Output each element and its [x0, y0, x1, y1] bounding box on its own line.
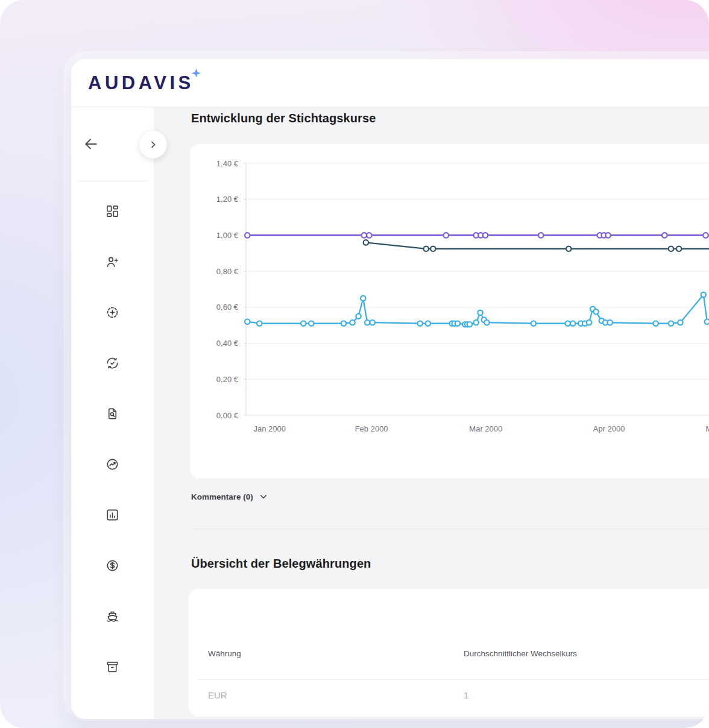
currency-table-card: Währung Durchschnittlicher Wechselkurs E… [189, 589, 709, 717]
sidebar-item-trend-circle[interactable] [101, 452, 125, 476]
main-content: Entwicklung der Stichtagskurse 1,40 €1,2… [154, 107, 709, 719]
brand-logo-text: AUDAVIS [88, 72, 194, 93]
sync-check-icon [106, 356, 119, 370]
svg-text:Jan 2000: Jan 2000 [253, 424, 286, 433]
sidebar-item-add-user[interactable] [101, 249, 125, 274]
app-window: AUDAVIS [71, 59, 709, 719]
document-search-icon [106, 407, 119, 421]
svg-text:0,60 €: 0,60 € [216, 303, 239, 312]
chart-section-title: Entwicklung der Stichtagskurse [191, 111, 709, 125]
dashboard-icon [106, 204, 119, 218]
sidebar-item-ship[interactable] [101, 604, 125, 628]
sparkle-icon [191, 68, 201, 78]
sidebar-divider [77, 181, 148, 181]
column-header-avg-rate: Durchschnittlicher Wechselkurs [464, 649, 709, 658]
currency-dollar-icon [106, 559, 119, 573]
sidebar-item-dashboard[interactable] [101, 199, 125, 223]
archive-icon [106, 660, 119, 674]
bar-chart-icon [106, 508, 119, 522]
sidebar-expand-button[interactable] [139, 131, 167, 158]
svg-text:1,00 €: 1,00 € [216, 231, 239, 240]
column-header-currency: Währung [208, 649, 464, 658]
trend-circle-icon [106, 457, 119, 471]
sidebar-item-sync-check[interactable] [101, 351, 125, 375]
table-divider [198, 679, 709, 680]
back-button[interactable] [83, 136, 99, 152]
svg-text:Apr 2000: Apr 2000 [593, 424, 625, 433]
chart-card: 1,40 €1,20 €1,00 €0,80 €0,60 €0,40 €0,20… [190, 144, 709, 479]
arrow-left-icon [83, 136, 99, 152]
sidebar-item-sync-plus[interactable] [101, 300, 125, 324]
cell-avg-rate: 1 [464, 690, 709, 700]
table-row: EUR 1 [208, 690, 709, 700]
cell-currency: EUR [208, 690, 464, 700]
exchange-rate-chart: 1,40 €1,20 €1,00 €0,80 €0,60 €0,40 €0,20… [190, 144, 709, 479]
app-body: Entwicklung der Stichtagskurse 1,40 €1,2… [71, 107, 709, 719]
svg-text:May 2000: May 2000 [705, 424, 709, 433]
chevron-down-icon [259, 492, 268, 501]
sync-plus-icon [106, 306, 119, 319]
app-header: AUDAVIS [71, 59, 709, 107]
sidebar [71, 107, 154, 719]
brand-logo: AUDAVIS [88, 72, 194, 94]
svg-text:0,00 €: 0,00 € [216, 411, 239, 420]
svg-text:1,20 €: 1,20 € [216, 195, 239, 204]
svg-text:Mar 2000: Mar 2000 [469, 424, 502, 433]
sidebar-item-document-search[interactable] [101, 401, 125, 425]
comments-label: Kommentare (0) [191, 492, 253, 501]
sidebar-item-archive[interactable] [101, 654, 125, 679]
svg-text:1,40 €: 1,40 € [216, 159, 239, 168]
sidebar-item-currency-dollar[interactable] [101, 553, 125, 577]
comments-toggle[interactable]: Kommentare (0) [191, 492, 268, 501]
table-header-row: Währung Durchschnittlicher Wechselkurs [208, 649, 709, 658]
gradient-background: AUDAVIS [0, 0, 709, 728]
table-section-title: Übersicht der Belegwährungen [191, 557, 709, 571]
add-user-icon [106, 255, 119, 269]
svg-text:0,40 €: 0,40 € [216, 339, 239, 348]
svg-text:Feb 2000: Feb 2000 [355, 424, 388, 433]
svg-text:0,80 €: 0,80 € [216, 267, 239, 276]
page: AUDAVIS [0, 0, 709, 728]
section-divider [191, 529, 709, 529]
sidebar-nav [71, 199, 154, 679]
svg-text:0,20 €: 0,20 € [216, 375, 239, 384]
ship-icon [106, 609, 119, 623]
chevron-right-icon [148, 139, 159, 150]
sidebar-item-bar-chart[interactable] [101, 503, 125, 527]
